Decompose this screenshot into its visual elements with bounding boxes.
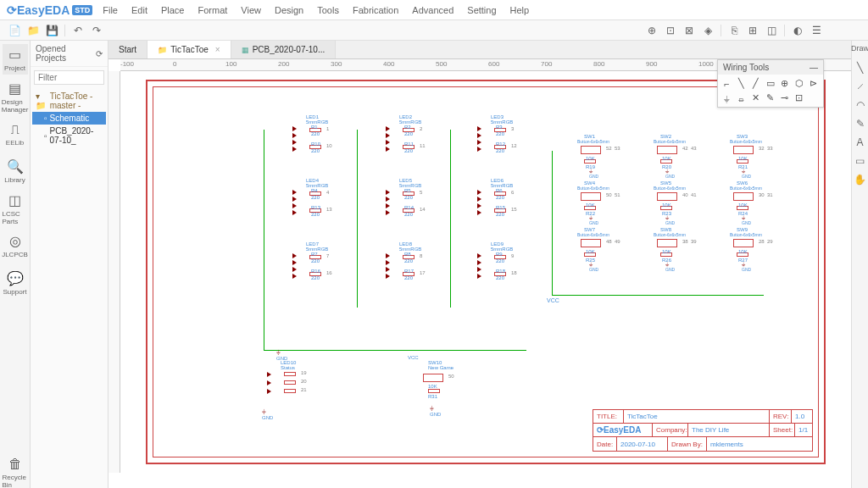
sidebar-eelib[interactable]: ⎍EELib	[3, 119, 28, 149]
project-icon: ▭	[8, 47, 21, 63]
switch-component: SW5 Button-6x6x5mm 10K R23 40 41 ⏚GND	[645, 189, 704, 223]
tool-icon[interactable]: ◫	[764, 23, 779, 38]
menubar: ⟳EasyEDASTD File Edit Place Format View …	[0, 0, 868, 20]
led-component: LED3 5mmRGB R3 220 R12 220 3 12	[474, 121, 533, 164]
filter-input[interactable]	[34, 70, 104, 85]
tool-icon[interactable]: ☰	[809, 23, 824, 38]
undo-icon[interactable]: ↶	[70, 23, 86, 38]
sidebar-support[interactable]: 💬Support	[3, 268, 28, 298]
folder-icon[interactable]: 📁	[25, 23, 41, 38]
sheet-frame: LED1 5mmRGB R1 220 R10 220 1 10 LED2 5mm…	[146, 80, 826, 464]
polyline-tool-icon[interactable]: ⟋	[854, 80, 867, 93]
switch-component: SW6 Button-6x6x5mm 10K R24 30 31 ⏚GND	[721, 189, 781, 223]
netflag-tool-icon[interactable]: ⊕	[777, 76, 792, 91]
menu-view[interactable]: View	[234, 5, 268, 15]
switch-component: SW1 Button-6x6x5mm 10K R19 52 53 ⏚GND	[569, 142, 628, 176]
jlcpcb-icon: ◎	[9, 233, 21, 249]
folder-icon: 📁	[158, 46, 167, 54]
redo-icon[interactable]: ↷	[89, 23, 104, 38]
project-tree: ▾ 📁 TicTacToe - master - ▫ Schematic ▫ P…	[31, 88, 108, 148]
tab-tictactoe[interactable]: 📁TicTacToe×	[147, 41, 231, 58]
menu-setting[interactable]: Setting	[460, 5, 503, 15]
wire	[450, 130, 451, 308]
refresh-icon[interactable]: ⟳	[96, 49, 103, 58]
led-component: LED5 5mmRGB R5 220 R14 220 5 14	[382, 185, 442, 227]
tab-start[interactable]: Start	[108, 41, 147, 58]
toolbar: 📄 📁 💾 ↶ ↷ ⊕ ⊡ ⊠ ◈ ⎘ ⊞ ◫ ◐ ☰	[0, 20, 868, 41]
led-component: LED1 5mmRGB R1 220 R10 220 1 10	[289, 121, 348, 164]
panel-header: Opened Projects ⟳	[31, 41, 108, 67]
menu-file[interactable]: File	[96, 5, 125, 15]
led-component: LED8 5mmRGB R8 220 R17 220 8 17	[382, 248, 442, 291]
probe-tool-icon[interactable]: ✎	[763, 91, 777, 105]
text-tool-icon[interactable]: A	[854, 136, 867, 149]
busentry-tool-icon[interactable]: ╱	[748, 76, 763, 91]
tab-pcb[interactable]: ▦PCB_2020-07-10...	[231, 41, 337, 58]
tree-pcb[interactable]: ▫ PCB_2020-07-10_	[32, 125, 106, 147]
led-component: LED4 5mmRGB R4 220 R13 220 4 13	[289, 185, 348, 227]
wire	[264, 130, 264, 350]
menu-fabrication[interactable]: Fabrication	[346, 5, 405, 15]
menu-tools[interactable]: Tools	[310, 5, 346, 15]
gnd-symbol: ⏚GND	[430, 404, 441, 417]
vcc-tool-icon[interactable]: ⏛	[734, 91, 748, 105]
rect-tool-icon[interactable]: ▭	[854, 154, 867, 168]
wiring-tools-panel[interactable]: Wiring Tools — ⌐ ╲ ╱ ▭ ⊕ ⬡ ⊳ ⏚ ⏛ ✕ ✎ ⊸ ⊡	[717, 59, 824, 108]
menu-edit[interactable]: Edit	[125, 5, 154, 15]
wiring-header: Wiring Tools —	[718, 60, 823, 75]
left-sidebar: ▭Project ▤Design Manager ⎍EELib 🔍Library…	[0, 41, 31, 488]
menu-help[interactable]: Help	[504, 5, 537, 15]
gnd-tool-icon[interactable]: ⏚	[720, 91, 734, 105]
menu-advanced[interactable]: Advanced	[405, 5, 460, 15]
sidebar-lcsc[interactable]: ◫LCSC Parts	[3, 193, 28, 224]
tool-icon[interactable]: ◐	[790, 23, 805, 38]
led-component: LED7 5mmRGB R7 220 R16 220 7 16	[289, 248, 348, 291]
led-status: LED10 Status 19 20 21	[264, 367, 323, 409]
tool-icon[interactable]: ⊡	[663, 23, 678, 38]
canvas-wrap: -100010020030040050060070080090010001100…	[108, 59, 851, 488]
tool-icon[interactable]: ◈	[700, 23, 715, 38]
line-tool-icon[interactable]: ╲	[854, 61, 867, 75]
netlabel-tool-icon[interactable]: ▭	[763, 76, 777, 91]
pencil-tool-icon[interactable]: ✎	[854, 117, 867, 130]
close-icon[interactable]: ×	[215, 45, 220, 54]
led-component: LED2 5mmRGB R2 220 R11 220 2 11	[382, 121, 442, 164]
tool-icon[interactable]: ⊠	[682, 23, 697, 38]
switch-component: SW3 Button-6x6x5mm 10K R21 32 33 ⏚GND	[721, 142, 781, 176]
sidebar-jlcpcb[interactable]: ◎JLCPCB	[3, 230, 28, 261]
save-icon[interactable]: 💾	[44, 23, 59, 38]
sw-newgame: VCC SW10 New Game 10K R31 50	[408, 367, 467, 401]
menu-place[interactable]: Place	[154, 5, 192, 15]
group-tool-icon[interactable]: ⊡	[792, 91, 806, 105]
hand-tool-icon[interactable]: ✋	[854, 173, 867, 186]
wire-tool-icon[interactable]: ⌐	[720, 76, 734, 91]
noconnect-tool-icon[interactable]: ⊳	[806, 76, 821, 91]
new-icon[interactable]: 📄	[7, 23, 22, 38]
netport-tool-icon[interactable]: ⬡	[792, 76, 806, 91]
sidebar-design-manager[interactable]: ▤Design Manager	[3, 81, 28, 112]
pin-tool-icon[interactable]: ⊸	[777, 91, 792, 105]
sidebar-recycle[interactable]: 🗑Recycle Bin	[3, 458, 28, 488]
support-icon: 💬	[7, 270, 24, 286]
tree-folder[interactable]: ▾ 📁 TicTacToe - master -	[32, 90, 106, 112]
switch-component: SW9 Button-6x6x5mm 10K R27 28 29 ⏚GND	[721, 236, 781, 269]
nc-tool-icon[interactable]: ✕	[748, 91, 763, 105]
design-icon: ▤	[8, 80, 21, 97]
project-panel: Opened Projects ⟳ ▾ 📁 TicTacToe - master…	[31, 41, 108, 488]
lcsc-icon: ◫	[8, 192, 21, 208]
menu-format[interactable]: Format	[192, 5, 235, 15]
minimize-icon[interactable]: —	[810, 63, 818, 72]
tool-icon[interactable]: ⎘	[726, 23, 742, 38]
sidebar-project[interactable]: ▭Project	[3, 44, 28, 75]
tool-icon[interactable]: ⊕	[644, 23, 659, 38]
switch-component: SW2 Button-6x6x5mm 10K R20 42 43 ⏚GND	[645, 142, 704, 176]
wire	[264, 350, 526, 351]
tree-schematic[interactable]: ▫ Schematic	[32, 112, 106, 125]
bus-tool-icon[interactable]: ╲	[734, 76, 748, 91]
schematic-canvas[interactable]: LED1 5mmRGB R1 220 R10 220 1 10 LED2 5mm…	[120, 71, 851, 473]
sidebar-library[interactable]: 🔍Library	[3, 156, 28, 186]
arc-tool-icon[interactable]: ◠	[854, 98, 867, 112]
led-component: LED6 5mmRGB R6 220 R15 220 6 15	[474, 185, 533, 227]
menu-design[interactable]: Design	[268, 5, 310, 15]
tool-icon[interactable]: ⊞	[745, 23, 760, 38]
